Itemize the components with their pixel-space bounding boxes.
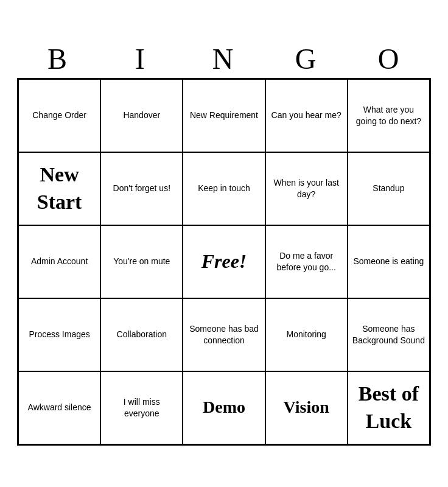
- cell-text-r2-c4: Someone is eating: [353, 256, 424, 267]
- cell-r2-c4: Someone is eating: [348, 225, 430, 298]
- cell-r3-c2: Someone has bad connection: [183, 298, 265, 371]
- cell-r4-c2: Demo: [183, 371, 265, 444]
- cell-text-r4-c3: Vision: [284, 396, 329, 418]
- cell-r1-c2: Keep in touch: [183, 152, 265, 225]
- cell-r2-c2: Free!: [183, 225, 265, 298]
- cell-text-r1-c2: Keep in touch: [198, 183, 250, 194]
- cell-r3-c0: Process Images: [18, 298, 100, 371]
- cell-text-r4-c2: Demo: [203, 396, 245, 418]
- header-letter-O: O: [350, 42, 429, 75]
- cell-text-r0-c0: Change Order: [32, 110, 86, 121]
- cell-text-r0-c4: What are you going to do next?: [352, 104, 425, 126]
- header-letter-B: B: [19, 42, 98, 75]
- cell-text-r2-c2: Free!: [201, 249, 247, 275]
- cell-r1-c3: When is your last day?: [265, 152, 348, 225]
- cell-r1-c1: Don't forget us!: [100, 152, 183, 225]
- cell-text-r3-c1: Collaboration: [117, 329, 167, 340]
- cell-r3-c1: Collaboration: [100, 298, 183, 371]
- cell-text-r1-c0: New Start: [23, 161, 96, 215]
- cell-r4-c1: I will miss everyone: [100, 371, 183, 444]
- cell-r1-c0: New Start: [18, 152, 100, 225]
- cell-r0-c0: Change Order: [18, 79, 100, 152]
- cell-r2-c3: Do me a favor before you go...: [265, 225, 348, 298]
- cell-r2-c0: Admin Account: [18, 225, 100, 298]
- cell-text-r1-c3: When is your last day?: [270, 177, 343, 199]
- cell-r1-c4: Standup: [348, 152, 430, 225]
- cell-text-r4-c1: I will miss everyone: [105, 396, 178, 418]
- bingo-header: BINGO: [17, 42, 431, 75]
- cell-r0-c2: New Requirement: [183, 79, 265, 152]
- cell-r0-c1: Handover: [100, 79, 183, 152]
- cell-text-r3-c3: Monitoring: [287, 329, 326, 340]
- cell-r4-c4: Best of Luck: [348, 371, 430, 444]
- cell-r4-c3: Vision: [265, 371, 348, 444]
- bingo-grid: Change OrderHandoverNew RequirementCan y…: [17, 78, 431, 446]
- cell-text-r0-c2: New Requirement: [190, 110, 258, 121]
- cell-text-r1-c4: Standup: [373, 183, 404, 194]
- header-letter-G: G: [267, 42, 346, 75]
- cell-text-r1-c1: Don't forget us!: [113, 183, 171, 194]
- cell-text-r4-c0: Awkward silence: [28, 402, 91, 413]
- header-letter-N: N: [184, 42, 264, 75]
- bingo-card: BINGO Change OrderHandoverNew Requiremen…: [11, 36, 437, 452]
- cell-r2-c1: You're on mute: [100, 225, 183, 298]
- cell-r3-c3: Monitoring: [265, 298, 348, 371]
- cell-r0-c3: Can you hear me?: [265, 79, 348, 152]
- cell-text-r3-c0: Process Images: [29, 329, 89, 340]
- cell-r0-c4: What are you going to do next?: [348, 79, 430, 152]
- cell-text-r2-c0: Admin Account: [31, 256, 88, 267]
- cell-text-r3-c4: Someone has Background Sound: [352, 323, 425, 345]
- cell-r3-c4: Someone has Background Sound: [348, 298, 430, 371]
- cell-text-r0-c3: Can you hear me?: [271, 110, 341, 121]
- cell-text-r0-c1: Handover: [123, 110, 160, 121]
- cell-text-r3-c2: Someone has bad connection: [187, 323, 261, 345]
- header-letter-I: I: [102, 42, 181, 75]
- cell-text-r4-c4: Best of Luck: [352, 380, 425, 434]
- cell-r4-c0: Awkward silence: [18, 371, 100, 444]
- cell-text-r2-c3: Do me a favor before you go...: [270, 250, 343, 272]
- cell-text-r2-c1: You're on mute: [113, 256, 170, 267]
